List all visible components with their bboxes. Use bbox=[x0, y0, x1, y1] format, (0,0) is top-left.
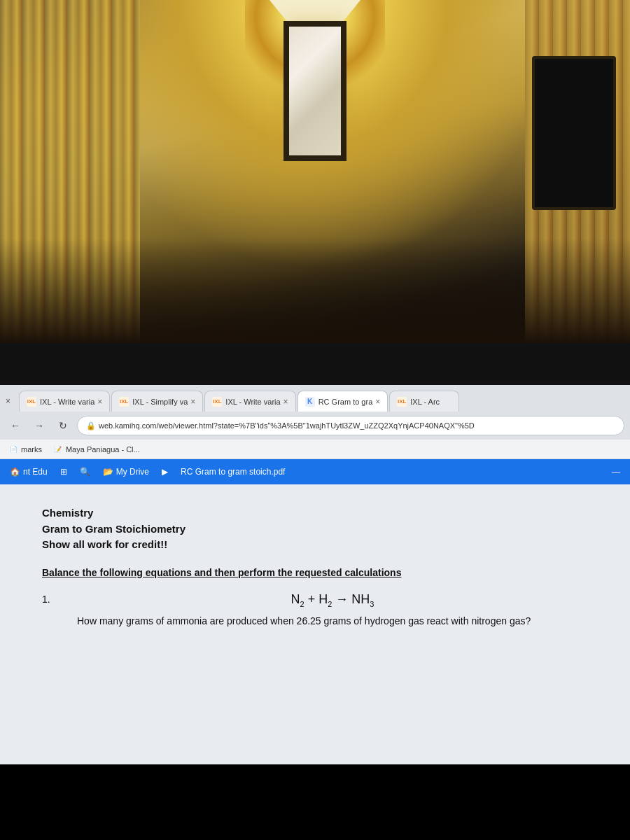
problem-1-row: 1. N2 + H2 → NH3 How many grams of ammon… bbox=[42, 592, 588, 629]
bookmark-label-marks: marks bbox=[21, 445, 42, 454]
toolbar-search-item[interactable]: 🔍 bbox=[76, 464, 94, 479]
back-button[interactable]: ← bbox=[6, 416, 25, 435]
lock-icon: 🔒 bbox=[86, 421, 96, 430]
toolbar-search-icon: 🔍 bbox=[80, 467, 90, 477]
doc-title-work: Show all work for credit!! bbox=[42, 537, 588, 553]
toolbar-edu-label: nt Edu bbox=[23, 467, 48, 477]
room-photo bbox=[0, 0, 630, 343]
tab-label-ixl-write1: IXL - Write varia bbox=[40, 398, 94, 406]
tab-favicon-ixl2: IXL bbox=[119, 397, 129, 407]
problem-1-number: 1. bbox=[42, 592, 63, 605]
minimize-icon: — bbox=[612, 467, 620, 477]
tab-label-ixl-arc: IXL - Arc bbox=[410, 398, 440, 406]
toolbar-file-label: RC Gram to gram stoich.pdf bbox=[181, 467, 285, 477]
toolbar-minimize-item[interactable]: — bbox=[608, 464, 624, 479]
toolbar-grid-icon: ⊞ bbox=[60, 467, 67, 477]
toolbar-mydrive-item[interactable]: 📂 My Drive bbox=[99, 464, 153, 479]
tab-favicon-ixl3: IXL bbox=[212, 397, 222, 407]
chevron-right-icon: ▶ bbox=[162, 467, 168, 477]
address-row: ← → ↻ 🔒 web.kamihq.com/web/viewer.html?s… bbox=[0, 412, 630, 440]
doc-header: Chemistry Gram to Gram Stoichiometry Sho… bbox=[42, 505, 588, 553]
tab-bar: × IXL IXL - Write varia × IXL IXL - Simp… bbox=[0, 385, 630, 412]
tab-favicon-ixl1: IXL bbox=[27, 397, 36, 407]
black-bar bbox=[0, 343, 630, 385]
bookmark-marks[interactable]: 📄 marks bbox=[6, 443, 45, 456]
section-title: Balance the following equations and then… bbox=[42, 567, 588, 578]
bookmark-icon-marks: 📄 bbox=[8, 444, 18, 454]
tab-rc-gram[interactable]: K RC Gram to gra × bbox=[298, 391, 388, 412]
tab-ixl-write2[interactable]: IXL IXL - Write varia × bbox=[204, 391, 295, 412]
forward-button[interactable]: → bbox=[29, 416, 49, 435]
address-bar[interactable]: 🔒 web.kamihq.com/web/viewer.html?state=%… bbox=[77, 416, 624, 435]
problem-1-question: How many grams of ammonia are produced w… bbox=[77, 613, 588, 629]
problem-1-equation: N2 + H2 → NH3 bbox=[77, 592, 588, 608]
tab-ixl-simplify[interactable]: IXL IXL - Simplify va × bbox=[111, 391, 203, 412]
tab-label-ixl-write2: IXL - Write varia bbox=[225, 398, 280, 406]
tab-favicon-ixl4: IXL bbox=[397, 397, 407, 407]
tab-label-rc-gram: RC Gram to gra bbox=[318, 398, 373, 406]
refresh-button[interactable]: ↻ bbox=[53, 416, 73, 435]
kami-toolbar: 🏠 nt Edu ⊞ 🔍 📂 My Drive ▶ RC Gram to gra… bbox=[0, 459, 630, 484]
tab-ixl-arc[interactable]: IXL IXL - Arc bbox=[389, 391, 459, 412]
tab-ixl-write1[interactable]: IXL IXL - Write varia × bbox=[19, 391, 110, 412]
tab-close-ixl2[interactable]: × bbox=[188, 397, 195, 407]
mirror bbox=[284, 21, 346, 161]
doc-title-chemistry: Chemistry bbox=[42, 505, 588, 522]
toolbar-edu-icon: 🏠 bbox=[10, 467, 20, 477]
tab-close-rc[interactable]: × bbox=[372, 397, 380, 407]
toolbar-grid-item[interactable]: ⊞ bbox=[56, 464, 71, 479]
doc-title-gram: Gram to Gram Stoichiometry bbox=[42, 522, 588, 538]
browser-chrome: × IXL IXL - Write varia × IXL IXL - Simp… bbox=[0, 385, 630, 459]
tab-close-ixl3[interactable]: × bbox=[281, 397, 288, 407]
bookmark-icon-maya: 📝 bbox=[53, 444, 63, 454]
bookmark-label-maya: Maya Paniagua - Cl... bbox=[66, 445, 140, 454]
bookmarks-bar: 📄 marks 📝 Maya Paniagua - Cl... bbox=[0, 440, 630, 459]
toolbar-breadcrumb-arrow: ▶ bbox=[158, 464, 172, 479]
tab-favicon-kh: K bbox=[305, 397, 315, 407]
tab-label-ixl-simplify: IXL - Simplify va bbox=[132, 398, 188, 406]
tab-close-ixl1[interactable]: × bbox=[94, 397, 102, 407]
toolbar-edu-item[interactable]: 🏠 nt Edu bbox=[6, 464, 52, 479]
tab-close-x[interactable]: × bbox=[0, 391, 16, 412]
toolbar-mydrive-label: My Drive bbox=[116, 467, 149, 477]
bookmark-maya[interactable]: 📝 Maya Paniagua - Cl... bbox=[50, 443, 143, 456]
address-text: web.kamihq.com/web/viewer.html?state=%7B… bbox=[99, 421, 475, 430]
main-content: Chemistry Gram to Gram Stoichiometry Sho… bbox=[0, 484, 630, 764]
toolbar-drive-icon: 📂 bbox=[103, 467, 113, 477]
toolbar-file-item[interactable]: RC Gram to gram stoich.pdf bbox=[176, 464, 289, 479]
